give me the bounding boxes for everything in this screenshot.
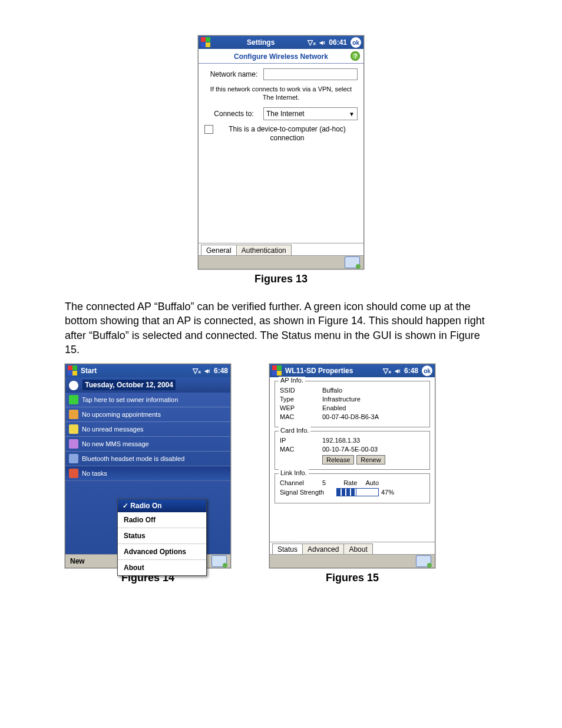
vpn-note: If this network connects to work via a V… [204, 85, 358, 101]
type-label: Type [280, 396, 322, 403]
signal-icon[interactable]: ▽ₓ [308, 38, 316, 47]
ok-button[interactable]: ok [351, 37, 361, 48]
ap-info-legend: AP Info. [279, 377, 305, 384]
app-title: Start [81, 367, 193, 375]
apmac-label: MAC [280, 413, 322, 420]
tab-status[interactable]: Status [272, 543, 303, 555]
today-item-label: No tasks [82, 470, 107, 477]
popup-item-advanced[interactable]: Advanced Options [118, 544, 206, 560]
rate-value: Auto [365, 479, 379, 486]
network-name-label: Network name: [204, 70, 263, 78]
section-header-label: Configure Wireless Network [234, 52, 328, 61]
mms-icon [69, 439, 78, 449]
wep-value: Enabled [322, 404, 346, 411]
today-item-label: No upcoming appointments [82, 411, 161, 418]
app-title: WL11-SD Properties [285, 367, 383, 375]
volume-icon[interactable]: ◂‹ [395, 367, 401, 375]
screenshot-fig14: Start ▽ₓ ◂‹ 6:48 Tuesday, October 12, 20… [65, 364, 231, 568]
radio-popup-menu: ✓ Radio On Radio Off Status Advanced Opt… [117, 499, 207, 576]
renew-button[interactable]: Renew [356, 455, 385, 465]
tab-authentication[interactable]: Authentication [237, 245, 292, 256]
ok-button[interactable]: ok [422, 365, 432, 376]
chevron-down-icon: ▼ [349, 111, 355, 117]
signal-label: Signal Strength [280, 489, 334, 496]
today-item-label: No unread messages [82, 426, 144, 433]
apmac-value: 00-07-40-D8-B6-3A [322, 413, 379, 420]
tab-about[interactable]: About [344, 543, 372, 555]
clock: 6:48 [404, 367, 418, 375]
app-title: Settings [214, 38, 308, 47]
signal-icon[interactable]: ▽ₓ [193, 367, 201, 375]
connects-to-select[interactable]: The Internet ▼ [263, 107, 358, 120]
calendar-icon [69, 410, 78, 419]
section-header: Configure Wireless Network ? [199, 49, 363, 64]
today-item[interactable]: Tap here to set owner information [65, 393, 230, 407]
volume-icon[interactable]: ◂‹ [319, 38, 325, 47]
cardmac-label: MAC [280, 446, 322, 453]
ssid-label: SSID [280, 387, 322, 394]
tab-strip: General Authentication [199, 243, 363, 256]
owner-icon [69, 395, 78, 404]
start-icon[interactable] [201, 37, 211, 48]
today-item[interactable]: Bluetooth headset mode is disabled [65, 452, 230, 466]
adhoc-checkbox[interactable] [204, 125, 213, 134]
ap-info-group: AP Info. SSIDBuffalo TypeInfrastructure … [275, 381, 430, 427]
ip-label: IP [280, 437, 322, 444]
mail-icon [69, 424, 78, 434]
connects-to-label: Connects to: [204, 110, 263, 118]
start-icon[interactable] [68, 365, 78, 376]
link-info-group: Link Info. Channel 5 Rate Auto Signal St… [275, 473, 430, 503]
signal-percent: 47% [381, 489, 394, 496]
start-icon[interactable] [272, 365, 283, 376]
keyboard-icon[interactable] [345, 256, 360, 268]
today-item-label: Tap here to set owner information [82, 396, 178, 403]
keyboard-icon[interactable] [416, 555, 431, 567]
card-info-legend: Card Info. [279, 427, 310, 434]
screenshot-fig13: Settings ▽ₓ ◂‹ 06:41 ok Configure Wirele… [198, 35, 364, 269]
keyboard-icon[interactable] [211, 555, 227, 567]
bluetooth-icon [69, 454, 78, 463]
today-item-label: No new MMS message [82, 440, 149, 447]
volume-icon[interactable]: ◂‹ [204, 367, 210, 375]
help-icon[interactable]: ? [351, 51, 360, 61]
wep-label: WEP [280, 404, 322, 411]
tab-strip: Status Advanced About [270, 542, 435, 555]
card-info-group: Card Info. IP192.168.1.33 MAC00-10-7A-5E… [275, 431, 430, 470]
release-button[interactable]: Release [322, 455, 354, 465]
tab-general[interactable]: General [201, 245, 237, 256]
today-date: Tuesday, October 12, 2004 [82, 380, 176, 390]
popup-item-about[interactable]: About [118, 560, 206, 575]
new-button[interactable]: New [70, 557, 85, 565]
today-item-label: Bluetooth headset mode is disabled [82, 455, 184, 462]
figure13-caption: Figures 13 [65, 273, 497, 285]
clock-icon [69, 381, 78, 390]
tab-advanced[interactable]: Advanced [303, 543, 344, 555]
connects-to-value: The Internet [266, 110, 305, 118]
today-item[interactable]: No new MMS message [65, 437, 230, 452]
signal-icon[interactable]: ▽ₓ [383, 367, 391, 375]
ssid-value: Buffalo [322, 387, 342, 394]
body-paragraph: The connected AP “Buffalo” can be verifi… [65, 299, 497, 357]
signal-bar [336, 488, 379, 496]
popup-item-radio-off[interactable]: Radio Off [118, 512, 206, 528]
adhoc-label: This is a device-to-computer (ad-hoc) co… [217, 125, 358, 143]
today-item[interactable]: No unread messages [65, 422, 230, 437]
network-name-input[interactable] [263, 68, 358, 80]
popup-header[interactable]: ✓ Radio On [118, 499, 206, 512]
titlebar: Start ▽ₓ ◂‹ 6:48 [65, 364, 230, 377]
popup-item-status[interactable]: Status [118, 528, 206, 544]
titlebar: Settings ▽ₓ ◂‹ 06:41 ok [199, 36, 363, 49]
link-info-legend: Link Info. [279, 469, 309, 476]
today-date-row[interactable]: Tuesday, October 12, 2004 [65, 377, 230, 393]
titlebar: WL11-SD Properties ▽ₓ ◂‹ 6:48 ok [270, 364, 435, 377]
clock: 6:48 [214, 367, 228, 375]
figure15-caption: Figures 15 [269, 572, 435, 584]
today-list: Tap here to set owner information No upc… [65, 393, 230, 481]
today-item[interactable]: No upcoming appointments [65, 407, 230, 422]
ip-value: 192.168.1.33 [322, 437, 360, 444]
cardmac-value: 00-10-7A-5E-00-03 [322, 446, 378, 453]
sip-bar [270, 554, 435, 568]
today-item-tasks[interactable]: No tasks [65, 466, 230, 481]
channel-label: Channel [280, 479, 322, 486]
clock: 06:41 [329, 38, 347, 47]
